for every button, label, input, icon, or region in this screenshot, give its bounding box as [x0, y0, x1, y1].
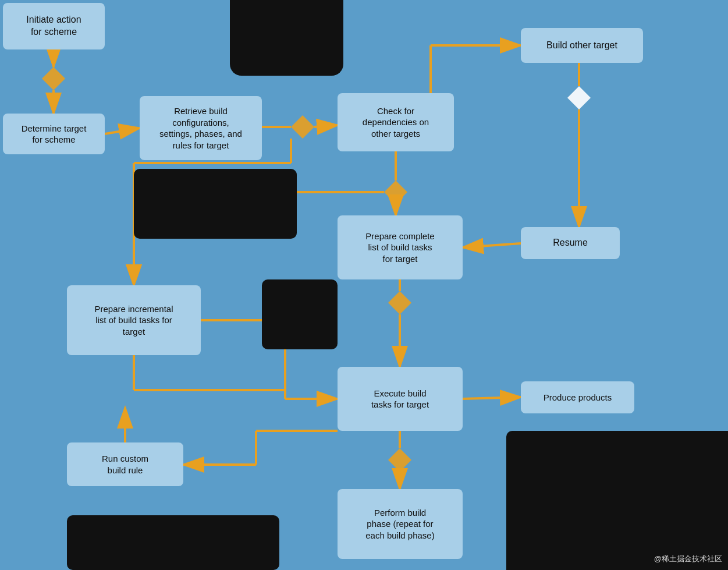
- determine-target-node: Determine targetfor scheme: [3, 114, 105, 154]
- svg-marker-11: [291, 115, 314, 139]
- svg-line-12: [314, 125, 338, 127]
- blob-bottom-right: [506, 431, 728, 570]
- svg-marker-35: [388, 448, 411, 472]
- check-dependencies-node: Check fordependencies onother targets: [338, 93, 454, 151]
- svg-line-33: [463, 397, 521, 399]
- execute-build-label: Execute buildtasks for target: [371, 388, 429, 410]
- prepare-incremental-label: Prepare incrementallist of build tasks f…: [94, 303, 173, 338]
- build-other-target-node: Build other target: [521, 28, 643, 63]
- perform-build-label: Perform buildphase (repeat foreach build…: [365, 507, 434, 541]
- svg-marker-23: [567, 86, 591, 109]
- prepare-incremental-node: Prepare incrementallist of build tasks f…: [67, 285, 201, 355]
- initiate-action-node: Initiate actionfor scheme: [3, 3, 105, 49]
- svg-line-9: [105, 128, 140, 134]
- prepare-complete-label: Prepare completelist of build tasksfor t…: [365, 231, 434, 265]
- determine-target-label: Determine targetfor scheme: [22, 123, 87, 146]
- retrieve-config-label: Retrieve buildconfigurations,settings, p…: [159, 105, 242, 151]
- initiate-action-label: Initiate actionfor scheme: [26, 14, 81, 38]
- produce-products-node: Produce products: [521, 381, 634, 413]
- svg-marker-7: [42, 67, 65, 90]
- resume-node: Resume: [521, 227, 620, 259]
- check-dependencies-label: Check fordependencies onother targets: [363, 105, 429, 140]
- blob-bottom-left: [67, 515, 279, 570]
- run-custom-node: Run custombuild rule: [67, 442, 183, 486]
- svg-line-25: [463, 243, 521, 247]
- blob-top-center: [230, 0, 343, 76]
- produce-products-label: Produce products: [544, 392, 612, 403]
- blob-mid-center: [262, 279, 338, 349]
- watermark: @稀土掘金技术社区: [654, 554, 722, 564]
- blob-mid-left: [134, 169, 297, 239]
- build-other-target-label: Build other target: [546, 40, 617, 52]
- retrieve-config-node: Retrieve buildconfigurations,settings, p…: [140, 96, 262, 160]
- execute-build-node: Execute buildtasks for target: [338, 367, 463, 431]
- run-custom-label: Run custombuild rule: [102, 453, 148, 476]
- prepare-complete-node: Prepare completelist of build tasksfor t…: [338, 215, 463, 279]
- svg-marker-18: [384, 180, 407, 204]
- resume-label: Resume: [553, 237, 588, 249]
- svg-marker-27: [388, 291, 411, 314]
- perform-build-node: Perform buildphase (repeat foreach build…: [338, 489, 463, 559]
